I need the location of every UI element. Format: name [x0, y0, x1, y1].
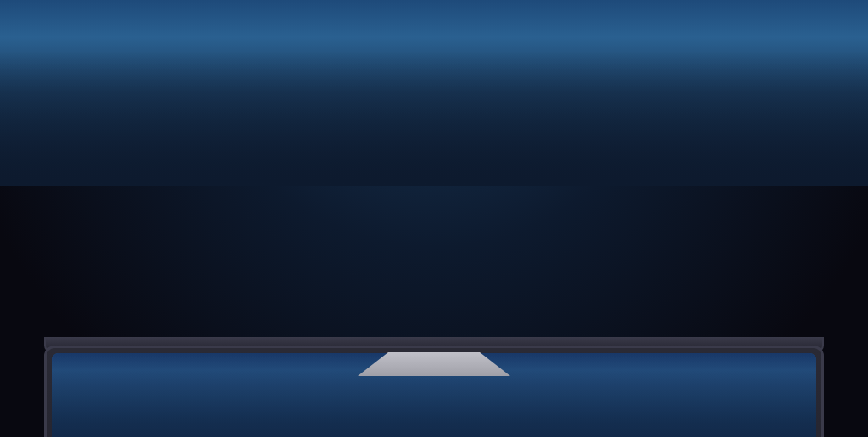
tv-stand-area: Source	[44, 337, 824, 386]
mountain-bg	[0, 0, 868, 186]
